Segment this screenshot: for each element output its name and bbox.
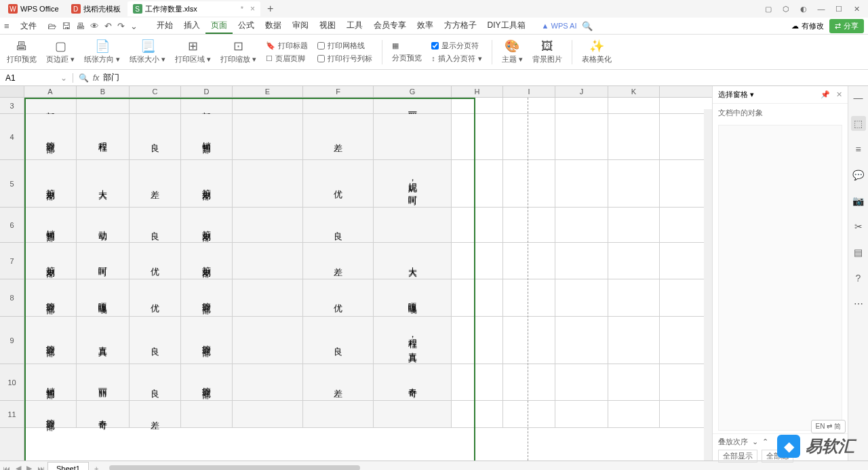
col-header[interactable]: F — [303, 86, 374, 97]
cell[interactable] — [608, 208, 660, 242]
layout-icon[interactable]: ▤ — [851, 245, 866, 260]
print-area-button[interactable]: ⊞打印区域 ▾ — [175, 39, 211, 64]
print-scale-button[interactable]: ⊡打印缩放 ▾ — [220, 39, 256, 64]
cell[interactable] — [555, 364, 608, 400]
cell[interactable] — [608, 243, 660, 279]
cell[interactable]: 管理部 — [181, 364, 233, 400]
row-col-title-checkbox[interactable]: 打印行号列标 — [317, 54, 372, 64]
cell[interactable]: 管理部 — [181, 279, 233, 316]
wps-ai-button[interactable]: ▲ WPS AI — [542, 22, 577, 30]
cell[interactable]: 良 — [130, 364, 181, 400]
cell[interactable] — [452, 364, 503, 400]
col-header[interactable]: E — [233, 86, 303, 97]
cell[interactable]: 奇奇 — [77, 401, 130, 427]
cell[interactable]: 嘎嘎嘎 — [374, 279, 452, 316]
menu-item-审阅[interactable]: 审阅 — [287, 18, 314, 34]
cell[interactable]: 管理部 — [24, 317, 77, 364]
cell[interactable]: 良 — [130, 317, 181, 364]
format-icon[interactable]: ≡ — [851, 142, 866, 157]
cell[interactable] — [452, 317, 503, 364]
tab-wps-office[interactable]: W WPS Office — [3, 1, 64, 16]
cell[interactable] — [608, 401, 660, 427]
cell[interactable]: 程程 — [77, 114, 130, 159]
cell[interactable] — [503, 160, 555, 207]
cell[interactable]: 大大 — [374, 243, 452, 279]
move-up-icon[interactable]: ⌃ — [762, 437, 768, 446]
menu-item-工具[interactable]: 工具 — [341, 18, 368, 34]
cell[interactable]: 部 — [181, 98, 233, 113]
cell[interactable]: 策划部 — [181, 243, 233, 279]
show-breaks-checkbox[interactable]: 显示分页符 — [431, 41, 482, 51]
cell[interactable] — [608, 114, 660, 159]
tab-workbook[interactable]: S 工作簿数量.xlsx * × — [127, 1, 260, 16]
menu-item-插入[interactable]: 插入 — [178, 18, 205, 34]
cell[interactable] — [503, 208, 555, 242]
horizontal-scrollbar[interactable] — [109, 465, 863, 471]
cell[interactable] — [452, 401, 503, 427]
cell[interactable]: 策划部 — [181, 208, 233, 242]
cell[interactable]: 妮妮，呵呵 — [374, 160, 452, 207]
move-down-icon[interactable]: ⌄ — [752, 437, 758, 446]
cell[interactable]: 差 — [303, 364, 374, 400]
menu-item-视图[interactable]: 视图 — [314, 18, 341, 34]
cell[interactable]: 良 — [130, 208, 181, 242]
cell[interactable]: 管理部 — [24, 114, 77, 159]
select-all-corner[interactable] — [0, 86, 24, 97]
cell[interactable] — [77, 98, 130, 113]
cell[interactable] — [503, 401, 555, 427]
cell[interactable]: 管理部 — [181, 317, 233, 364]
cell[interactable] — [555, 98, 608, 113]
menu-item-数据[interactable]: 数据 — [260, 18, 287, 34]
cell[interactable] — [303, 98, 374, 113]
close-panel-icon[interactable]: ✕ — [836, 90, 842, 98]
vertical-scrollbar[interactable] — [704, 109, 712, 461]
language-badge[interactable]: EN ⇄ 简 — [811, 420, 846, 433]
orientation-button[interactable]: 📄纸张方向 ▾ — [84, 39, 120, 64]
cell[interactable] — [233, 364, 303, 400]
cell[interactable]: 销售部 — [24, 208, 77, 242]
search-icon[interactable]: 🔍 — [582, 21, 593, 31]
col-header[interactable]: G — [374, 86, 452, 97]
window-restore-icon[interactable]: ▢ — [760, 0, 777, 18]
col-header[interactable]: A — [24, 86, 77, 97]
help-icon[interactable]: ? — [851, 271, 866, 286]
page-preview-button[interactable]: ▦ — [392, 41, 422, 50]
cell[interactable]: 销售部 — [181, 114, 233, 159]
cell[interactable]: 策划部 — [24, 160, 77, 207]
cell[interactable]: 管理部 — [24, 279, 77, 316]
cell[interactable] — [503, 98, 555, 113]
cell[interactable] — [608, 98, 660, 113]
cell[interactable] — [233, 279, 303, 316]
menu-item-效率[interactable]: 效率 — [412, 18, 439, 34]
maximize-button[interactable]: ☐ — [830, 0, 848, 18]
col-header[interactable]: D — [181, 86, 233, 97]
open-icon[interactable]: 🗁 — [47, 21, 56, 31]
first-sheet-icon[interactable]: ⏮ — [0, 465, 13, 471]
cell[interactable]: 良 — [303, 208, 374, 242]
chat-icon[interactable]: 💬 — [851, 168, 866, 182]
cell[interactable]: 管理部 — [24, 401, 77, 427]
cell[interactable]: 呵呵 — [77, 243, 130, 279]
bg-image-button[interactable]: 🖼背景图片 — [532, 39, 562, 64]
formula-input[interactable]: 部门 — [103, 72, 119, 83]
cell[interactable]: 优 — [130, 279, 181, 316]
menu-item-会员专享[interactable]: 会员专享 — [368, 18, 412, 34]
cell[interactable]: 丽丽 — [77, 364, 130, 400]
cell[interactable]: 差 — [130, 401, 181, 427]
header-footer-button[interactable]: ☐ 页眉页脚 — [266, 54, 308, 64]
sheet-tab[interactable]: Sheet1 — [47, 462, 89, 470]
cell[interactable] — [503, 114, 555, 159]
cell[interactable] — [233, 401, 303, 427]
menu-item-方方格子[interactable]: 方方格子 — [439, 18, 482, 34]
cell[interactable] — [452, 114, 503, 159]
cell[interactable] — [452, 243, 503, 279]
cell[interactable] — [452, 98, 503, 113]
tab-close-icon[interactable]: × — [250, 4, 255, 14]
cell[interactable]: 良 — [130, 114, 181, 159]
preview-icon[interactable]: 👁 — [90, 21, 99, 31]
col-header[interactable]: C — [130, 86, 181, 97]
cell[interactable] — [555, 208, 608, 242]
cell[interactable]: 部 — [24, 98, 77, 113]
save-icon[interactable]: 🖫 — [62, 21, 71, 31]
gridlines-checkbox[interactable]: 打印网格线 — [317, 41, 372, 51]
